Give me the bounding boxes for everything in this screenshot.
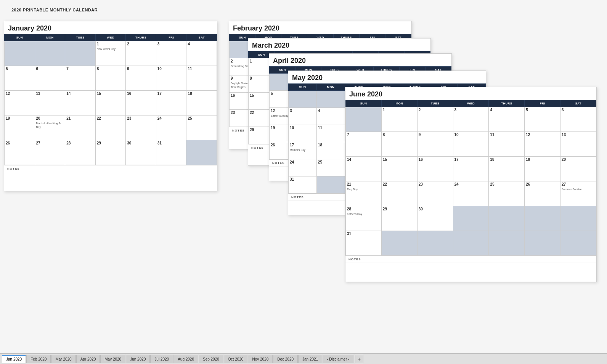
- table-row: 6: [35, 66, 65, 91]
- tab-dec-2020[interactable]: Dec 2020: [273, 355, 298, 363]
- jun-col-fri: FRI: [525, 100, 560, 107]
- table-row: [289, 91, 317, 108]
- table-row: 18: [186, 91, 217, 115]
- january-calendar: January 2020 SUN MON TUES WED THURS FRI …: [4, 21, 217, 191]
- table-row: 31: [156, 140, 186, 165]
- jun-col-sat: SAT: [560, 100, 596, 107]
- table-row: 26: [5, 140, 35, 165]
- table-row: 20: [560, 157, 596, 181]
- table-row: 28Father's Day: [346, 206, 382, 231]
- table-row: [346, 107, 382, 132]
- table-row: 11: [316, 125, 345, 142]
- june-grid: SUN MON TUES WED THURS FRI SAT 1 2 3: [345, 100, 596, 256]
- table-row: 4: [186, 41, 217, 66]
- table-row: 4: [489, 107, 525, 132]
- table-row: 24: [156, 115, 186, 140]
- table-row: 10: [156, 66, 186, 91]
- tab-sep-2020[interactable]: Sep 2020: [199, 355, 223, 363]
- table-row: 20Martin Luther King Jr Day: [35, 115, 65, 140]
- january-title: January 2020: [4, 21, 217, 34]
- table-row: 29: [381, 206, 417, 231]
- table-row: [525, 206, 560, 231]
- table-row: 3: [156, 41, 186, 66]
- table-row: [35, 41, 65, 66]
- table-row: 27: [35, 140, 65, 165]
- table-row: [453, 231, 489, 256]
- tab-jan-2020[interactable]: Jan 2020: [2, 355, 26, 363]
- table-row: 1New Year's Day: [95, 41, 126, 66]
- table-row: [186, 140, 217, 165]
- table-row: 26: [525, 181, 560, 206]
- tab-oct-2020[interactable]: Oct 2020: [224, 355, 248, 363]
- table-row: 17Mother's Day: [289, 142, 317, 159]
- table-row: 17: [453, 157, 489, 181]
- tab-nov-2020[interactable]: Nov 2020: [248, 355, 273, 363]
- table-row: 19: [525, 157, 560, 181]
- tab-jun-2020[interactable]: Jun 2020: [126, 355, 150, 363]
- table-row: 9: [417, 132, 453, 157]
- tab-apr-2020[interactable]: Apr 2020: [76, 355, 100, 363]
- table-row: 16: [126, 91, 156, 115]
- jun-col-tues: TUES: [417, 100, 453, 107]
- may-title: May 2020: [288, 71, 486, 83]
- table-row: [417, 231, 453, 256]
- table-row: 6: [560, 107, 596, 132]
- jan-col-mon: MON: [35, 34, 65, 41]
- table-row: 11: [489, 132, 525, 157]
- jun-col-thurs: THURS: [489, 100, 525, 107]
- table-row: 4: [316, 108, 345, 125]
- table-row: 28: [65, 140, 96, 165]
- table-row: 9: [126, 66, 156, 91]
- table-row: 24: [289, 159, 317, 176]
- table-row: 15: [95, 91, 126, 115]
- tab-bar: Jan 2020 Feb 2020 Mar 2020 Apr 2020 May …: [0, 353, 607, 364]
- may-col-sun: SUN: [289, 84, 317, 91]
- table-row: 30: [126, 140, 156, 165]
- table-row: 11: [186, 66, 217, 91]
- tab-feb-2020[interactable]: Feb 2020: [26, 355, 51, 363]
- table-row: 2: [126, 41, 156, 66]
- table-row: 23: [126, 115, 156, 140]
- table-row: 1: [381, 107, 417, 132]
- table-row: 12: [525, 132, 560, 157]
- table-row: 21Flag Day: [346, 181, 382, 206]
- table-row: 19: [5, 115, 35, 140]
- jan-col-sun: SUN: [5, 34, 35, 41]
- tab-aug-2020[interactable]: Aug 2020: [173, 355, 198, 363]
- tab-disclaimer[interactable]: - Disclaimer -: [323, 355, 353, 363]
- table-row: 16: [417, 157, 453, 181]
- table-row: [65, 41, 96, 66]
- table-row: 15: [381, 157, 417, 181]
- table-row: 25: [489, 181, 525, 206]
- table-row: 7: [65, 66, 96, 91]
- app-container: 2020 PRINTABLE MONTHLY CALENDAR January …: [0, 0, 607, 364]
- jan-col-tues: TUES: [65, 34, 96, 41]
- tab-jan-2021[interactable]: Jan 2021: [298, 355, 322, 363]
- table-row: 31: [346, 231, 382, 256]
- table-row: 10: [289, 125, 317, 142]
- tab-add-button[interactable]: +: [355, 355, 363, 363]
- table-row: 21: [65, 115, 96, 140]
- jan-col-sat: SAT: [186, 34, 217, 41]
- table-row: [316, 176, 345, 194]
- table-row: 14: [65, 91, 96, 115]
- table-row: [489, 206, 525, 231]
- tab-jul-2020[interactable]: Jul 2020: [150, 355, 173, 363]
- tab-may-2020[interactable]: May 2020: [100, 355, 125, 363]
- table-row: [381, 231, 417, 256]
- march-title: March 2020: [248, 38, 430, 51]
- table-row: 17: [156, 91, 186, 115]
- table-row: [316, 91, 345, 108]
- table-row: 13: [560, 132, 596, 157]
- table-row: [560, 206, 596, 231]
- table-row: 22: [381, 181, 417, 206]
- table-row: [525, 231, 560, 256]
- table-row: 3: [453, 107, 489, 132]
- table-row: [5, 41, 35, 66]
- main-content: 2020 PRINTABLE MONTHLY CALENDAR January …: [0, 0, 607, 353]
- table-row: 24: [453, 181, 489, 206]
- table-row: [453, 206, 489, 231]
- jun-col-mon: MON: [381, 100, 417, 107]
- tab-mar-2020[interactable]: Mar 2020: [51, 355, 75, 363]
- table-row: 22: [95, 115, 126, 140]
